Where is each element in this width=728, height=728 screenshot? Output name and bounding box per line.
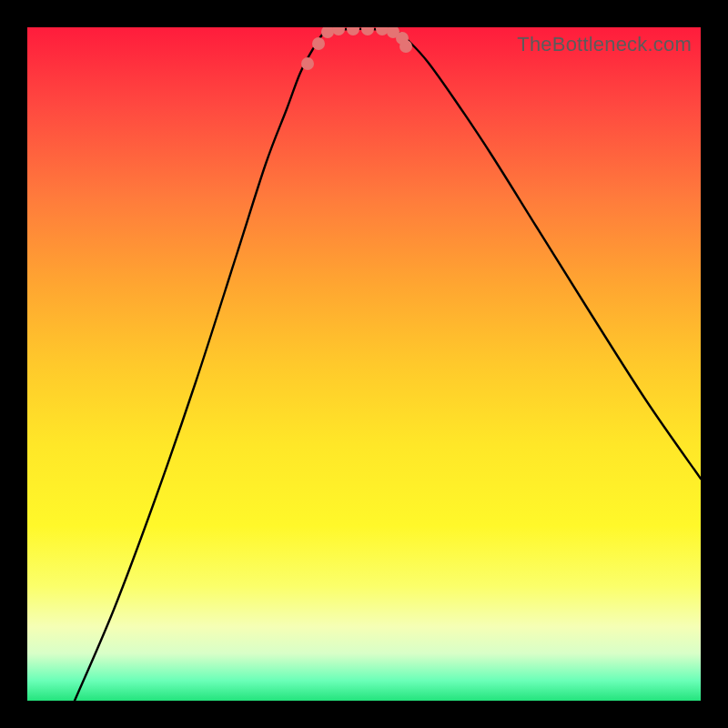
marker-dot [361, 27, 374, 35]
marker-dot [387, 27, 399, 38]
curve-svg [27, 27, 701, 701]
marker-dots-group [301, 27, 412, 70]
marker-dot [332, 27, 345, 35]
marker-dot [312, 37, 325, 50]
marker-dot [347, 27, 359, 35]
marker-dot [321, 27, 334, 38]
markers-svg [27, 27, 701, 701]
marker-dot [396, 32, 409, 45]
marker-dot [301, 57, 314, 70]
plot-area: TheBottleneck.com [27, 27, 701, 701]
marker-dot [399, 40, 412, 53]
bottleneck-curve [75, 29, 701, 701]
marker-dot [376, 27, 389, 35]
chart-frame: TheBottleneck.com [0, 0, 728, 728]
watermark-text: TheBottleneck.com [517, 33, 692, 56]
